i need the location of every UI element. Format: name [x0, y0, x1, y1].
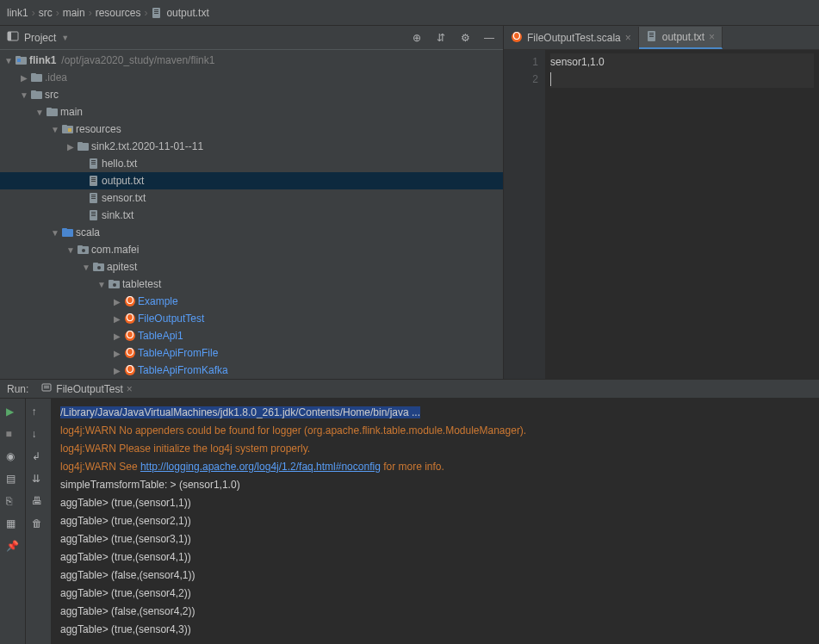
svg-point-43: [97, 266, 101, 269]
tree-sink[interactable]: sink.txt: [0, 207, 503, 224]
gear-icon[interactable]: ⚙: [458, 31, 472, 45]
svg-rect-5: [8, 32, 11, 40]
svg-rect-34: [91, 214, 96, 214]
stop-icon[interactable]: ■: [6, 428, 20, 442]
tree-idea[interactable]: ▶.idea: [0, 69, 503, 86]
svg-rect-61: [649, 34, 654, 35]
resources-folder-icon: [60, 122, 76, 136]
console-line: aggTable> (false,(sensor4,1)): [60, 567, 810, 585]
tree-tabletest[interactable]: ▼tabletest: [0, 276, 503, 293]
down-icon[interactable]: ↓: [32, 428, 46, 442]
tree-tableapifromfile[interactable]: ▶OTableApiFromFile: [0, 344, 503, 362]
svg-rect-35: [91, 215, 96, 216]
svg-rect-19: [78, 142, 83, 145]
minimize-icon[interactable]: —: [482, 31, 496, 45]
svg-text:O: O: [126, 295, 133, 307]
svg-rect-1: [154, 9, 158, 10]
breadcrumb-item[interactable]: resources: [96, 7, 141, 19]
run-toolbar-secondary: ↑ ↓ ↲ ⇊ 🖶 🗑: [26, 399, 52, 644]
console-link[interactable]: http://logging.apache.org/log4j/1.2/faq.…: [140, 461, 381, 473]
folder-icon: [45, 105, 60, 119]
console-line: log4j:WARN No appenders could be found f…: [60, 422, 810, 440]
svg-rect-27: [91, 181, 96, 182]
tree-root[interactable]: ▼flink1/opt/java2020_study/maven/flink1: [0, 52, 503, 69]
wrap-icon[interactable]: ↲: [32, 450, 46, 464]
text-file-icon: [86, 208, 102, 222]
console-line: aggTable> (true,(sensor2,1)): [60, 512, 810, 530]
tree-tableapi1[interactable]: ▶OTableApi1: [0, 327, 503, 344]
scala-object-icon: O: [122, 363, 138, 377]
line-number: 2: [504, 71, 538, 88]
tree-resources[interactable]: ▼resources: [0, 121, 503, 138]
svg-rect-21: [91, 160, 96, 161]
tree-example[interactable]: ▶OExample: [0, 293, 503, 310]
scroll-icon[interactable]: ⇊: [32, 473, 46, 486]
up-icon[interactable]: ↑: [32, 406, 46, 419]
svg-rect-62: [649, 36, 654, 37]
exit-icon[interactable]: ⎘: [6, 495, 20, 509]
layout2-icon[interactable]: ▦: [6, 517, 20, 531]
tree-package[interactable]: ▼com.mafei: [0, 241, 503, 258]
tree-output[interactable]: output.txt: [0, 172, 503, 189]
svg-rect-65: [44, 387, 49, 388]
run-icon[interactable]: ▶: [6, 406, 20, 419]
svg-rect-45: [109, 280, 114, 282]
run-tab[interactable]: FileOutputTest ×: [35, 380, 137, 398]
expand-icon[interactable]: ⇵: [434, 31, 448, 45]
editor-gutter: 1 2: [504, 50, 545, 379]
close-icon[interactable]: ×: [709, 31, 715, 43]
breadcrumb-item[interactable]: output.txt: [166, 7, 208, 19]
trash-icon[interactable]: 🗑: [32, 517, 46, 531]
project-tree: ▼flink1/opt/java2020_study/maven/flink1 …: [0, 50, 503, 379]
editor-tab-scala[interactable]: O FileOutputTest.scala ×: [504, 27, 639, 49]
tree-apitest[interactable]: ▼apitest: [0, 258, 503, 276]
close-icon[interactable]: ×: [625, 32, 631, 44]
editor-code[interactable]: sensor1,1.0: [545, 50, 819, 379]
console-line: aggTable> (true,(sensor3,1)): [60, 530, 810, 548]
chevron-right-icon: ›: [32, 7, 35, 19]
tree-sensor[interactable]: sensor.txt: [0, 189, 503, 207]
close-icon[interactable]: ×: [127, 383, 133, 395]
module-icon: [14, 53, 29, 67]
svg-rect-16: [62, 125, 67, 127]
tree-sink2[interactable]: ▶sink2.txt.2020-11-01--11: [0, 138, 503, 155]
svg-rect-25: [91, 177, 96, 178]
console-line: log4j:WARN Please initialize the log4j s…: [60, 440, 810, 458]
tree-scala[interactable]: ▼scala: [0, 224, 503, 241]
project-title[interactable]: Project: [24, 32, 56, 44]
layout-icon[interactable]: ▤: [6, 473, 20, 486]
tree-hello[interactable]: hello.txt: [0, 155, 503, 172]
tree-tableapifromkafka[interactable]: ▶OTableApiFromKafka: [0, 362, 503, 379]
text-file-icon: [151, 7, 163, 19]
breadcrumb-item[interactable]: main: [63, 7, 85, 19]
camera-icon[interactable]: ◉: [6, 450, 20, 464]
console[interactable]: /Library/Java/JavaVirtualMachines/jdk1.8…: [52, 399, 819, 644]
console-line: aggTable> (true,(sensor4,3)): [60, 621, 810, 639]
svg-rect-22: [91, 162, 96, 163]
editor-tab-txt[interactable]: output.txt ×: [639, 27, 723, 49]
tree-main[interactable]: ▼main: [0, 103, 503, 121]
svg-rect-31: [91, 198, 96, 199]
scala-object-icon: O: [122, 346, 138, 360]
chevron-right-icon: ›: [89, 7, 92, 19]
console-line: log4j:WARN See: [60, 461, 140, 473]
text-file-icon: [86, 191, 102, 205]
breadcrumb-item[interactable]: src: [39, 7, 53, 19]
dropdown-icon[interactable]: ▼: [61, 34, 69, 42]
svg-text:O: O: [126, 347, 133, 358]
tree-fileoutputtest[interactable]: ▶OFileOutputTest: [0, 310, 503, 327]
breadcrumb-item[interactable]: link1: [7, 7, 28, 19]
pin-icon[interactable]: 📌: [6, 540, 20, 554]
console-line: simpleTramsformTable: > (sensor1,1.0): [60, 476, 810, 494]
print-icon[interactable]: 🖶: [32, 495, 46, 509]
scala-object-icon: O: [122, 294, 138, 308]
editor-body[interactable]: 1 2 sensor1,1.0: [504, 50, 819, 379]
svg-rect-33: [91, 212, 96, 213]
target-icon[interactable]: ⊕: [410, 31, 424, 45]
code-line: sensor1,1.0: [550, 56, 605, 68]
tab-label: output.txt: [662, 31, 704, 43]
svg-rect-14: [47, 108, 52, 110]
tree-src[interactable]: ▼src: [0, 86, 503, 103]
console-line: aggTable> (true,(sensor1,1)): [60, 494, 810, 512]
tab-label: FileOutputTest.scala: [527, 32, 621, 44]
